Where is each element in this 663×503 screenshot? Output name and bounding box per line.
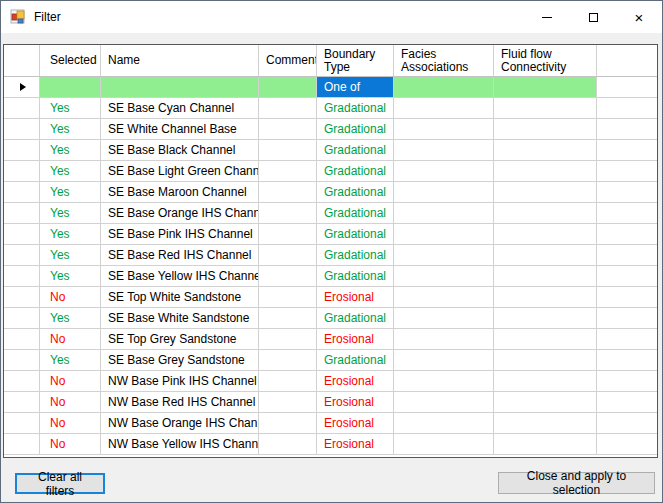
cell-selected[interactable]: No (40, 413, 101, 433)
cell-comments[interactable] (259, 140, 317, 160)
cell-fluid-flow-connectivity[interactable] (494, 182, 597, 202)
cell-comments[interactable] (259, 98, 317, 118)
cell-selected[interactable]: No (40, 287, 101, 307)
cell-boundary-type[interactable]: Gradational (317, 266, 394, 286)
cell-facies-associations[interactable] (394, 392, 494, 412)
cell-name[interactable]: SE Base Light Green Channel (101, 161, 259, 181)
minimize-button[interactable] (524, 1, 570, 33)
cell-fluid-flow-connectivity[interactable] (494, 434, 597, 454)
cell-boundary-type[interactable]: Erosional (317, 371, 394, 391)
cell-boundary-type[interactable]: Gradational (317, 140, 394, 160)
cell-fluid-flow-connectivity[interactable] (494, 245, 597, 265)
cell-comments[interactable] (259, 350, 317, 370)
cell-selected[interactable]: No (40, 392, 101, 412)
cell-name[interactable]: SE White Channel Base (101, 119, 259, 139)
cell-facies-associations[interactable] (394, 140, 494, 160)
cell-name[interactable]: SE Base Cyan Channel (101, 98, 259, 118)
cell-fluid-flow-connectivity[interactable] (494, 371, 597, 391)
cell-comments[interactable] (259, 413, 317, 433)
cell-fluid-flow-connectivity[interactable] (494, 161, 597, 181)
cell-name[interactable]: NW Base Yellow IHS Channel (101, 434, 259, 454)
column-header-comments[interactable]: Comments (259, 45, 317, 76)
cell-boundary-type[interactable]: Gradational (317, 119, 394, 139)
column-header-boundary-type[interactable]: Boundary Type (317, 45, 394, 76)
row-header-cell[interactable] (4, 140, 40, 160)
cell-name[interactable]: SE Base Orange IHS Channel (101, 203, 259, 223)
cell-boundary-type[interactable]: Gradational (317, 182, 394, 202)
filter-cell-comments[interactable] (259, 77, 317, 97)
filter-cell-boundary-type[interactable]: One of (317, 77, 394, 97)
cell-comments[interactable] (259, 245, 317, 265)
cell-boundary-type[interactable]: Gradational (317, 98, 394, 118)
cell-selected[interactable]: Yes (40, 119, 101, 139)
cell-selected[interactable]: Yes (40, 203, 101, 223)
cell-comments[interactable] (259, 266, 317, 286)
cell-selected[interactable]: No (40, 434, 101, 454)
cell-facies-associations[interactable] (394, 350, 494, 370)
cell-comments[interactable] (259, 182, 317, 202)
filter-cell-name[interactable] (101, 77, 259, 97)
close-button[interactable]: × (616, 1, 662, 33)
cell-name[interactable]: SE Base Red IHS Channel (101, 245, 259, 265)
cell-fluid-flow-connectivity[interactable] (494, 140, 597, 160)
cell-selected[interactable]: Yes (40, 182, 101, 202)
cell-facies-associations[interactable] (394, 203, 494, 223)
cell-name[interactable]: SE Top White Sandstone (101, 287, 259, 307)
cell-fluid-flow-connectivity[interactable] (494, 413, 597, 433)
row-header-cell[interactable] (4, 245, 40, 265)
cell-selected[interactable]: Yes (40, 266, 101, 286)
row-header-cell[interactable] (4, 371, 40, 391)
filter-cell-facies-associations[interactable] (394, 77, 494, 97)
cell-facies-associations[interactable] (394, 119, 494, 139)
filter-cell-selected[interactable] (40, 77, 101, 97)
cell-facies-associations[interactable] (394, 329, 494, 349)
cell-facies-associations[interactable] (394, 434, 494, 454)
cell-name[interactable]: NW Base Pink IHS Channel (101, 371, 259, 391)
column-header-name[interactable]: Name (101, 45, 259, 76)
cell-facies-associations[interactable] (394, 182, 494, 202)
cell-comments[interactable] (259, 287, 317, 307)
cell-fluid-flow-connectivity[interactable] (494, 392, 597, 412)
row-header-cell[interactable] (4, 224, 40, 244)
cell-comments[interactable] (259, 203, 317, 223)
cell-facies-associations[interactable] (394, 308, 494, 328)
cell-name[interactable]: SE Base White Sandstone (101, 308, 259, 328)
cell-boundary-type[interactable]: Erosional (317, 287, 394, 307)
cell-selected[interactable]: Yes (40, 140, 101, 160)
cell-comments[interactable] (259, 161, 317, 181)
row-header-cell[interactable] (4, 350, 40, 370)
cell-fluid-flow-connectivity[interactable] (494, 266, 597, 286)
cell-selected[interactable]: Yes (40, 245, 101, 265)
maximize-button[interactable] (570, 1, 616, 33)
cell-comments[interactable] (259, 434, 317, 454)
cell-fluid-flow-connectivity[interactable] (494, 224, 597, 244)
cell-selected[interactable]: Yes (40, 224, 101, 244)
cell-name[interactable]: NW Base Orange IHS Channel (101, 413, 259, 433)
row-header-cell[interactable] (4, 329, 40, 349)
row-header-cell[interactable] (4, 392, 40, 412)
cell-facies-associations[interactable] (394, 266, 494, 286)
cell-fluid-flow-connectivity[interactable] (494, 119, 597, 139)
cell-comments[interactable] (259, 392, 317, 412)
cell-facies-associations[interactable] (394, 161, 494, 181)
row-header-cell[interactable] (4, 182, 40, 202)
cell-fluid-flow-connectivity[interactable] (494, 329, 597, 349)
cell-name[interactable]: NW Base Red IHS Channel (101, 392, 259, 412)
row-header-cell[interactable] (4, 161, 40, 181)
cell-facies-associations[interactable] (394, 413, 494, 433)
cell-boundary-type[interactable]: Erosional (317, 434, 394, 454)
cell-facies-associations[interactable] (394, 98, 494, 118)
cell-boundary-type[interactable]: Erosional (317, 392, 394, 412)
cell-fluid-flow-connectivity[interactable] (494, 350, 597, 370)
cell-boundary-type[interactable]: Erosional (317, 329, 394, 349)
filter-cell-fluid-flow-connectivity[interactable] (494, 77, 597, 97)
cell-comments[interactable] (259, 224, 317, 244)
cell-name[interactable]: SE Base Pink IHS Channel (101, 224, 259, 244)
cell-comments[interactable] (259, 329, 317, 349)
close-and-apply-button[interactable]: Close and apply to selection (498, 472, 655, 494)
cell-facies-associations[interactable] (394, 371, 494, 391)
clear-all-filters-button[interactable]: Clear all filters (15, 473, 105, 494)
cell-name[interactable]: SE Base Maroon Channel (101, 182, 259, 202)
cell-fluid-flow-connectivity[interactable] (494, 203, 597, 223)
cell-fluid-flow-connectivity[interactable] (494, 308, 597, 328)
